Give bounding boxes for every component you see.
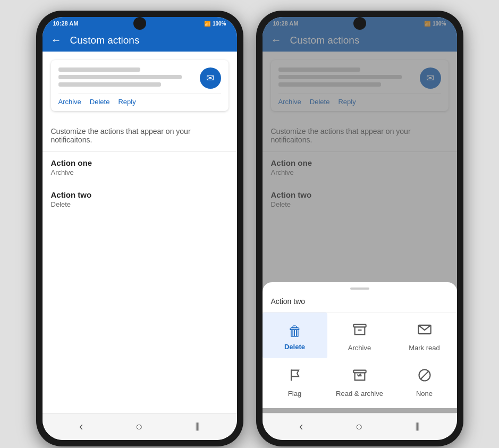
- notif-lines-1: [58, 67, 196, 87]
- screen-content-1: ✉ Archive Delete Reply Customize the act…: [43, 52, 237, 413]
- notif-line-1: [58, 67, 141, 72]
- notch-2: [353, 17, 366, 30]
- back-nav-2[interactable]: ‹: [299, 420, 303, 434]
- sheet-label-archive: Archive: [348, 344, 371, 352]
- sheet-handle: [350, 288, 369, 290]
- action-two-title: Action two: [51, 190, 229, 199]
- action-one-value: Archive: [51, 168, 229, 182]
- action-one-title: Action one: [51, 158, 229, 167]
- sheet-label-none: None: [416, 390, 433, 398]
- recents-nav-1[interactable]: ⦀: [195, 420, 200, 434]
- back-button-1[interactable]: ←: [51, 34, 62, 46]
- mail-icon-1: ✉: [206, 72, 214, 84]
- sheet-item-flag[interactable]: Flag: [263, 358, 327, 404]
- trash-icon: 🗑: [288, 323, 302, 340]
- notif-line-3: [58, 82, 162, 87]
- envelope-icon: [417, 322, 432, 341]
- notif-actions-1: Archive Delete Reply: [58, 93, 221, 106]
- home-nav-2[interactable]: ○: [356, 420, 362, 434]
- back-nav-1[interactable]: ‹: [79, 420, 83, 434]
- app-title-1: Custom actions: [70, 35, 140, 46]
- sheet-item-archive[interactable]: Archive: [327, 312, 392, 358]
- customize-text-1: Customize the actions that appear on you…: [43, 120, 237, 152]
- bottom-nav-2: ‹ ○ ⦀: [263, 413, 457, 440]
- sheet-grid: 🗑 Delete Archive: [263, 312, 457, 404]
- time-1: 10:28 AM: [53, 20, 79, 27]
- archive-icon: [352, 322, 367, 341]
- none-icon: [417, 368, 432, 386]
- sheet-item-readarchive[interactable]: Read & archive: [327, 358, 392, 404]
- notification-preview-1: ✉ Archive Delete Reply: [51, 60, 229, 111]
- bottom-sheet: Action two 🗑 Delete Ar: [263, 282, 457, 408]
- notif-icon-1: ✉: [200, 67, 221, 89]
- action-item-1[interactable]: Action one Archive: [43, 152, 237, 184]
- sheet-title: Action two: [263, 297, 457, 312]
- action-item-2[interactable]: Action two Delete: [43, 184, 237, 216]
- svg-line-4: [421, 371, 428, 379]
- sheet-item-none[interactable]: None: [392, 358, 457, 404]
- recents-nav-2[interactable]: ⦀: [415, 420, 420, 434]
- sheet-label-readarchive: Read & archive: [336, 390, 383, 398]
- flag-icon: [287, 368, 302, 386]
- battery-1: 100%: [213, 21, 226, 27]
- status-icons-1: 📶 100%: [204, 21, 226, 27]
- svg-rect-0: [353, 325, 366, 327]
- home-nav-1[interactable]: ○: [136, 420, 142, 434]
- screen-2: 10:28 AM 📶 100% ← Custom actions: [263, 17, 457, 440]
- screen-1: 10:28 AM 📶 100% ← Custom actions: [43, 17, 237, 440]
- phone-2: 10:28 AM 📶 100% ← Custom actions: [256, 11, 463, 446]
- app-bar-1: ← Custom actions: [43, 29, 237, 52]
- wifi-icon: 📶: [204, 21, 210, 27]
- action-two-value: Delete: [51, 200, 229, 214]
- notif-reply-btn[interactable]: Reply: [118, 98, 136, 106]
- notch-1: [133, 17, 146, 30]
- bottom-nav-1: ‹ ○ ⦀: [43, 413, 237, 440]
- read-archive-icon: [352, 368, 367, 386]
- sheet-label-delete: Delete: [284, 343, 305, 351]
- svg-rect-2: [353, 370, 366, 373]
- sheet-label-flag: Flag: [288, 390, 301, 398]
- notif-header-1: ✉: [58, 67, 221, 89]
- sheet-item-markread[interactable]: Mark read: [392, 312, 457, 358]
- notif-line-2: [58, 75, 182, 79]
- sheet-item-delete[interactable]: 🗑 Delete: [263, 312, 327, 358]
- sheet-label-markread: Mark read: [409, 344, 440, 352]
- notif-delete-btn[interactable]: Delete: [90, 98, 110, 106]
- notif-archive-btn[interactable]: Archive: [58, 98, 81, 106]
- phone-1: 10:28 AM 📶 100% ← Custom actions: [36, 11, 243, 446]
